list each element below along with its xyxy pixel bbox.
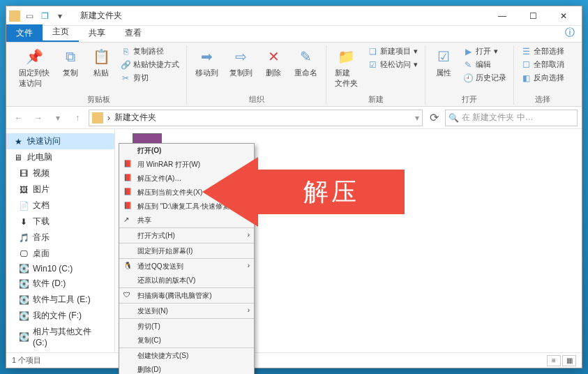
tab-home[interactable]: 主页 <box>43 23 79 42</box>
sidebar-item-desktop[interactable]: 🖵桌面 <box>6 246 114 262</box>
copy-path-button[interactable]: ⎘复制路径 <box>119 45 181 57</box>
view-icons-button[interactable]: ▦ <box>562 355 576 366</box>
picture-icon: 🖼 <box>19 185 29 195</box>
quick-access-toolbar: ▭ ❐ ▾ <box>23 10 66 22</box>
group-label-new: 新建 <box>368 93 384 105</box>
qat-new-icon[interactable]: ❐ <box>38 10 51 22</box>
move-to-button[interactable]: ➡移动到 <box>193 45 221 80</box>
group-label-clipboard: 剪贴板 <box>87 93 110 105</box>
video-icon: 🎞 <box>19 169 29 179</box>
ctx-send-to[interactable]: 发送到(N)› <box>119 304 254 320</box>
drive-icon: 💽 <box>19 279 29 289</box>
group-label-open: 打开 <box>462 93 477 105</box>
copy-button[interactable]: ⧉复制 <box>58 45 83 90</box>
music-icon: 🎵 <box>19 233 29 243</box>
tab-view[interactable]: 查看 <box>115 24 151 42</box>
shield-icon: 🛡 <box>123 291 132 299</box>
group-label-organize: 组织 <box>249 93 264 105</box>
nav-up-button[interactable]: ↑ <box>69 110 86 126</box>
ctx-restore-prev[interactable]: 还原以前的版本(V) <box>119 274 254 289</box>
invert-selection-button[interactable]: ◧反向选择 <box>520 72 566 84</box>
history-button[interactable]: 🕘历史记录 <box>462 72 508 84</box>
maximize-button[interactable]: ☐ <box>518 6 548 26</box>
nav-forward-button[interactable]: → <box>30 110 47 126</box>
nav-pane: ★快速访问 🖥此电脑 🎞视频 🖼图片 📄文档 ⬇下载 🎵音乐 🖵桌面 💽Win1… <box>6 129 115 352</box>
sidebar-item-quick-access[interactable]: ★快速访问 <box>6 133 114 149</box>
sidebar-item-pictures[interactable]: 🖼图片 <box>6 181 114 197</box>
ctx-copy[interactable]: 复制(C) <box>119 334 254 349</box>
sidebar-item-drive-e[interactable]: 💽软件与工具 (E:) <box>6 292 114 308</box>
tab-file[interactable]: 文件 <box>6 24 43 42</box>
sidebar-item-this-pc[interactable]: 🖥此电脑 <box>6 149 114 165</box>
open-button[interactable]: ▶打开 ▾ <box>462 45 508 57</box>
paste-shortcut-button[interactable]: 🔗粘贴快捷方式 <box>119 59 181 70</box>
view-details-button[interactable]: ≡ <box>547 355 561 366</box>
breadcrumb[interactable]: › 新建文件夹 ▾ <box>89 110 423 126</box>
group-organize: ➡移动到 ⇨复制到 ✕删除 ✎重命名 组织 <box>187 45 326 105</box>
pc-icon: 🖥 <box>13 153 23 163</box>
new-folder-button[interactable]: 📁新建 文件夹 <box>332 45 361 90</box>
address-bar-row: ← → ▾ ↑ › 新建文件夹 ▾ ⟳ 🔍 在 新建文件夹 中… <box>6 107 582 129</box>
ctx-send-qq[interactable]: 🐧通过QQ发送到› <box>119 260 254 274</box>
search-icon: 🔍 <box>448 113 459 123</box>
sidebar-item-drive-d[interactable]: 💽软件 (D:) <box>6 276 114 292</box>
group-select: ☰全部选择 ☐全部取消 ◧反向选择 选择 <box>514 45 571 105</box>
close-button[interactable]: ✕ <box>548 6 579 26</box>
ctx-pin-start[interactable]: 固定到开始屏幕(I) <box>119 244 254 260</box>
minimize-button[interactable]: — <box>487 6 518 26</box>
winrar-icon: 📕 <box>123 160 132 168</box>
delete-button[interactable]: ✕删除 <box>261 45 286 80</box>
select-none-button[interactable]: ☐全部取消 <box>520 59 566 70</box>
nav-back-button[interactable]: ← <box>10 110 27 126</box>
ctx-create-shortcut[interactable]: 创建快捷方式(S) <box>119 349 254 363</box>
qat-properties-icon[interactable]: ▭ <box>23 10 36 22</box>
status-item-count: 1 个项目 <box>12 355 41 366</box>
qq-icon: 🐧 <box>123 262 132 270</box>
properties-button[interactable]: ☑属性 <box>431 45 456 84</box>
nav-recent-button[interactable]: ▾ <box>50 110 66 126</box>
group-label-select: 选择 <box>535 93 550 105</box>
ctx-open[interactable]: 打开(O) <box>119 144 254 158</box>
download-icon: ⬇ <box>19 217 29 227</box>
tab-share[interactable]: 共享 <box>79 24 115 42</box>
drive-icon: 💽 <box>19 311 29 321</box>
document-icon: 📄 <box>19 201 29 211</box>
rename-button[interactable]: ✎重命名 <box>292 45 320 80</box>
cut-button[interactable]: ✂剪切 <box>119 72 181 84</box>
refresh-button[interactable]: ⟳ <box>425 110 442 126</box>
sidebar-item-downloads[interactable]: ⬇下载 <box>6 214 114 230</box>
new-item-button[interactable]: ❏新建项目 ▾ <box>366 45 419 57</box>
qat-down-icon[interactable]: ▾ <box>54 10 66 22</box>
annotation-arrow: 解压 <box>202 157 258 227</box>
copy-to-button[interactable]: ⇨复制到 <box>227 45 255 80</box>
ribbon: 📌固定到快 速访问 ⧉复制 📋粘贴 ⎘复制路径 🔗粘贴快捷方式 ✂剪切 剪贴板 … <box>6 43 582 107</box>
folder-icon <box>9 10 20 22</box>
extract-icon: 📕 <box>123 188 132 196</box>
sidebar-item-drive-g[interactable]: 💽相片与其他文件 (G:) <box>6 324 114 350</box>
annotation-text: 解压 <box>303 175 359 209</box>
sidebar-item-drive-c[interactable]: 💽Win10 (C:) <box>6 262 114 276</box>
breadcrumb-segment[interactable]: 新建文件夹 <box>114 112 156 124</box>
select-all-button[interactable]: ☰全部选择 <box>520 45 566 57</box>
easy-access-button[interactable]: ☑轻松访问 ▾ <box>366 59 419 70</box>
window-title: 新建文件夹 <box>66 10 487 22</box>
pin-quick-access-button[interactable]: 📌固定到快 速访问 <box>16 45 52 90</box>
sidebar-item-network[interactable]: 🌐网络 <box>6 350 114 352</box>
edit-button[interactable]: ✎编辑 <box>462 59 508 70</box>
share-icon: ↗ <box>123 216 132 224</box>
sidebar-item-documents[interactable]: 📄文档 <box>6 197 114 214</box>
search-input[interactable]: 🔍 在 新建文件夹 中… <box>445 110 578 126</box>
ctx-scan[interactable]: 🛡扫描病毒(腾讯电脑管家) <box>119 289 254 304</box>
ctx-open-with[interactable]: 打开方式(H)› <box>119 229 254 244</box>
ribbon-help-icon[interactable]: ⓘ <box>558 24 582 42</box>
sidebar-item-music[interactable]: 🎵音乐 <box>6 230 114 246</box>
paste-button[interactable]: 📋粘贴 <box>89 45 114 90</box>
ctx-cut[interactable]: 剪切(T) <box>119 320 254 334</box>
group-open: ☑属性 ▶打开 ▾ ✎编辑 🕘历史记录 打开 <box>425 45 514 105</box>
sidebar-item-videos[interactable]: 🎞视频 <box>6 165 114 181</box>
group-clipboard: 📌固定到快 速访问 ⧉复制 📋粘贴 ⎘复制路径 🔗粘贴快捷方式 ✂剪切 剪贴板 <box>10 45 187 105</box>
status-bar: 1 个项目 ≡ ▦ <box>6 352 582 368</box>
ctx-delete[interactable]: 删除(D) <box>119 363 254 374</box>
search-placeholder: 在 新建文件夹 中… <box>462 112 534 124</box>
sidebar-item-drive-f[interactable]: 💽我的文件 (F:) <box>6 308 114 324</box>
